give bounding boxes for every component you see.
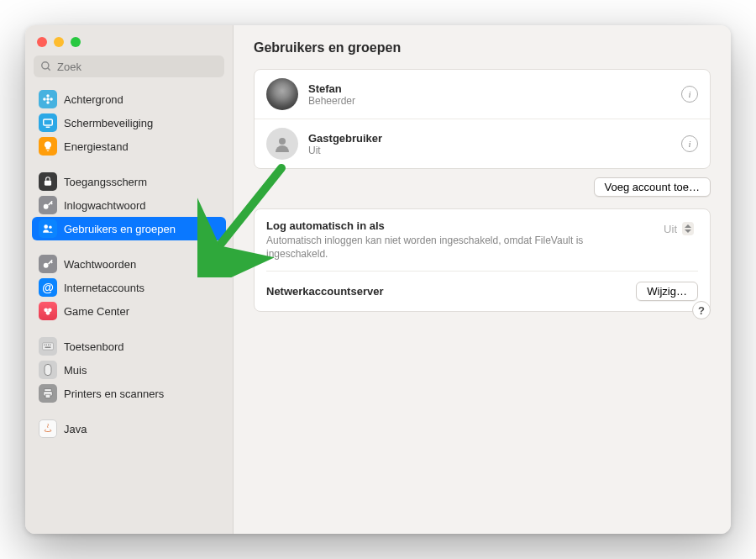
sidebar-item-label: Internetaccounts bbox=[64, 282, 144, 294]
auto-login-value: Uit bbox=[664, 223, 677, 235]
sidebar-item-printers-en-scanners[interactable]: Printers en scanners bbox=[32, 382, 226, 405]
svg-rect-23 bbox=[48, 345, 49, 345]
svg-rect-29 bbox=[45, 394, 50, 398]
svg-rect-22 bbox=[46, 345, 47, 345]
svg-point-6 bbox=[50, 98, 53, 101]
svg-point-13 bbox=[44, 263, 49, 268]
svg-rect-26 bbox=[45, 364, 51, 375]
sidebar-item-achtergrond[interactable]: Achtergrond bbox=[32, 87, 226, 111]
sidebar-item-inlogwachtwoord[interactable]: Inlogwachtwoord bbox=[32, 193, 226, 217]
svg-rect-21 bbox=[44, 345, 45, 345]
svg-point-19 bbox=[47, 312, 49, 314]
sidebar-item-label: Toetsenbord bbox=[64, 340, 124, 353]
sidebar-item-label: Schermbeveiliging bbox=[64, 117, 153, 129]
svg-rect-25 bbox=[45, 347, 51, 348]
sidebar-item-internetaccounts[interactable]: @ Internetaccounts bbox=[32, 276, 226, 299]
sidebar-item-game-center[interactable]: Game Center bbox=[32, 299, 226, 323]
user-row[interactable]: Stefan Beheerder i bbox=[255, 70, 710, 119]
user-row[interactable]: Gastgebruiker Uit i bbox=[255, 119, 710, 168]
svg-point-0 bbox=[42, 62, 49, 69]
avatar bbox=[266, 78, 298, 110]
bulb-icon bbox=[39, 137, 57, 156]
user-role: Beheerder bbox=[308, 95, 355, 107]
lock-icon bbox=[39, 172, 57, 191]
sidebar-item-label: Toegangsscherm bbox=[64, 176, 147, 188]
help-button[interactable]: ? bbox=[692, 301, 711, 319]
sidebar-item-wachtwoorden[interactable]: Wachtwoorden bbox=[32, 252, 226, 276]
sidebar-item-label: Wachtwoorden bbox=[64, 258, 136, 271]
sidebar: Achtergrond Schermbeveiliging Energiesta… bbox=[25, 25, 234, 534]
sidebar-item-label: Muis bbox=[64, 364, 87, 377]
auto-login-select[interactable]: Uit bbox=[656, 219, 698, 238]
svg-rect-24 bbox=[50, 345, 50, 345]
close-button[interactable] bbox=[37, 37, 47, 47]
sidebar-item-label: Java bbox=[64, 423, 87, 435]
svg-point-17 bbox=[45, 309, 47, 311]
sidebar-item-java[interactable]: Java bbox=[32, 417, 226, 440]
sidebar-item-toetsenbord[interactable]: Toetsenbord bbox=[32, 335, 226, 358]
main-content: Gebruikers en groepen Stefan Beheerder i… bbox=[234, 25, 731, 534]
user-name: Stefan bbox=[308, 82, 355, 95]
avatar bbox=[266, 128, 298, 160]
at-icon: @ bbox=[39, 278, 57, 297]
sidebar-item-label: Achtergrond bbox=[64, 93, 123, 106]
sidebar-item-gebruikers-en-groepen[interactable]: Gebruikers en groepen bbox=[32, 217, 226, 240]
flower-icon bbox=[39, 90, 57, 108]
key-icon bbox=[39, 196, 57, 214]
svg-point-3 bbox=[46, 94, 50, 98]
svg-point-11 bbox=[44, 224, 48, 229]
search-icon bbox=[40, 61, 52, 72]
info-icon[interactable]: i bbox=[681, 135, 698, 152]
edit-network-button[interactable]: Wijzig… bbox=[636, 282, 698, 301]
svg-point-12 bbox=[49, 226, 52, 229]
screen-icon bbox=[39, 113, 57, 132]
mouse-icon bbox=[39, 361, 57, 379]
printer-icon bbox=[39, 384, 57, 403]
user-role: Uit bbox=[308, 145, 382, 156]
sidebar-item-toegangsscherm[interactable]: Toegangsscherm bbox=[32, 170, 226, 193]
sidebar-item-label: Inlogwachtwoord bbox=[64, 199, 146, 212]
svg-point-5 bbox=[43, 98, 46, 101]
chevron-up-down-icon bbox=[682, 222, 694, 235]
sidebar-item-label: Game Center bbox=[64, 305, 129, 318]
auto-login-description: Automatisch inloggen kan niet worden ing… bbox=[266, 234, 585, 261]
page-title: Gebruikers en groepen bbox=[254, 40, 711, 55]
search-input[interactable] bbox=[34, 55, 224, 77]
sidebar-item-muis[interactable]: Muis bbox=[32, 358, 226, 382]
settings-panel: Log automatisch in als Automatisch inlog… bbox=[254, 208, 711, 312]
window-controls bbox=[25, 34, 233, 55]
sidebar-nav[interactable]: Achtergrond Schermbeveiliging Energiesta… bbox=[25, 84, 233, 534]
settings-window: Achtergrond Schermbeveiliging Energiesta… bbox=[25, 25, 731, 534]
svg-rect-7 bbox=[44, 119, 53, 125]
svg-point-4 bbox=[46, 101, 50, 104]
maximize-button[interactable] bbox=[71, 37, 81, 47]
svg-rect-27 bbox=[45, 389, 51, 392]
svg-rect-20 bbox=[43, 343, 54, 350]
sidebar-item-label: Printers en scanners bbox=[64, 388, 164, 400]
svg-point-30 bbox=[279, 138, 286, 145]
keyboard-icon bbox=[39, 337, 57, 356]
key-icon bbox=[39, 255, 57, 273]
info-icon[interactable]: i bbox=[681, 86, 698, 103]
game-icon bbox=[39, 302, 57, 320]
network-server-title: Netwerkaccountserver bbox=[266, 285, 383, 298]
svg-line-1 bbox=[48, 68, 50, 71]
svg-rect-9 bbox=[45, 181, 51, 186]
svg-point-10 bbox=[44, 204, 49, 209]
svg-point-2 bbox=[46, 98, 50, 101]
sidebar-item-schermbeveiliging[interactable]: Schermbeveiliging bbox=[32, 111, 226, 134]
users-icon bbox=[39, 219, 57, 238]
add-account-button[interactable]: Voeg account toe… bbox=[594, 177, 711, 197]
java-icon bbox=[39, 419, 57, 438]
auto-login-title: Log automatisch in als bbox=[266, 219, 585, 232]
minimize-button[interactable] bbox=[54, 37, 64, 47]
sidebar-item-label: Gebruikers en groepen bbox=[64, 223, 176, 235]
svg-point-18 bbox=[49, 309, 50, 311]
users-panel: Stefan Beheerder i Gastgebruiker Uit i bbox=[254, 69, 711, 169]
sidebar-item-energiestand[interactable]: Energiestand bbox=[32, 134, 226, 158]
user-name: Gastgebruiker bbox=[308, 132, 382, 145]
sidebar-item-label: Energiestand bbox=[64, 140, 129, 153]
